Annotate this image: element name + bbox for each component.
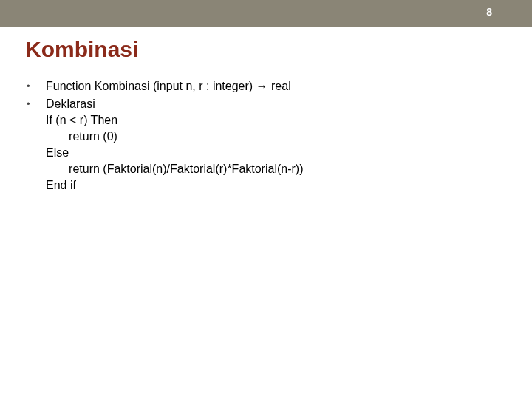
bullet-text: Function Kombinasi (input n, r : integer… [46, 78, 507, 95]
bullet-marker: • [25, 96, 46, 112]
slide-title: Kombinasi [25, 37, 507, 62]
bullet-text: Deklarasi If (n < r) Then return (0) Els… [46, 96, 507, 194]
header-bar: 8 [0, 0, 532, 27]
slide-content: Kombinasi • Function Kombinasi (input n,… [0, 27, 532, 194]
bullet-item: • Deklarasi If (n < r) Then return (0) E… [25, 96, 507, 194]
bullet-item: • Function Kombinasi (input n, r : integ… [25, 78, 507, 95]
bullet-marker: • [25, 78, 46, 95]
page-number: 8 [486, 6, 492, 18]
